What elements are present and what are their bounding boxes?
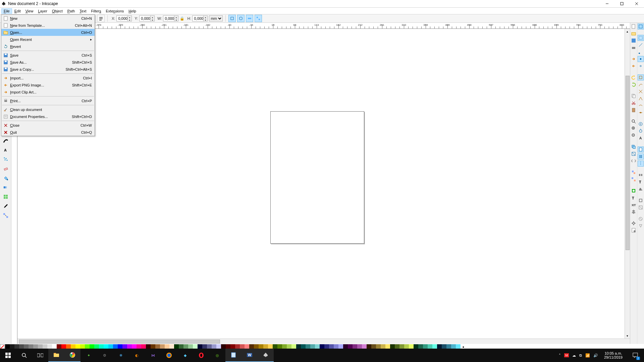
menu-view[interactable]: View xyxy=(23,8,36,14)
color-swatch[interactable] xyxy=(376,344,381,349)
color-swatch[interactable] xyxy=(146,344,151,349)
menu-item-print[interactable]: Print...Ctrl+P xyxy=(1,97,95,104)
w-input[interactable]: 0,000▴▾ xyxy=(163,15,178,21)
menu-item-document-properties[interactable]: Document Properties...Shift+Ctrl+D xyxy=(1,113,95,120)
group-icon[interactable] xyxy=(631,169,637,175)
color-swatch[interactable] xyxy=(132,344,137,349)
unit-select[interactable]: mm xyxy=(209,15,223,21)
lock-icon[interactable]: 🔒 xyxy=(180,16,184,21)
menu-item-open-recent[interactable]: Open Recent▸ xyxy=(1,36,95,43)
menu-item-export-png-image[interactable]: Export PNG Image...Shift+Ctrl+E xyxy=(1,81,95,88)
color-swatch[interactable] xyxy=(230,344,235,349)
color-swatch[interactable] xyxy=(240,344,245,349)
horizontal-scrollbar[interactable] xyxy=(17,339,630,344)
taskbar-clock[interactable]: 10:05 a.m. 29/11/2019 xyxy=(601,351,625,359)
tray-cloud-icon[interactable]: ☁ xyxy=(572,353,576,358)
minimize-button[interactable] xyxy=(600,0,614,7)
snap-mask-icon[interactable] xyxy=(638,197,644,203)
color-swatch[interactable] xyxy=(235,344,240,349)
color-swatch[interactable] xyxy=(94,344,99,349)
color-swatch[interactable] xyxy=(409,344,414,349)
snap-midpoint-icon[interactable] xyxy=(638,56,644,62)
dropper-tool[interactable] xyxy=(1,202,10,210)
close-button[interactable] xyxy=(629,0,644,7)
color-swatch[interactable] xyxy=(169,344,174,349)
color-swatch[interactable] xyxy=(202,344,207,349)
color-swatch[interactable] xyxy=(75,344,80,349)
color-swatch[interactable] xyxy=(212,344,216,349)
taskbar-word-icon[interactable]: W xyxy=(241,349,258,362)
color-swatch[interactable] xyxy=(207,344,212,349)
menu-item-open[interactable]: Open...Ctrl+O xyxy=(1,29,95,36)
scroll-thumb[interactable] xyxy=(626,76,630,250)
calligraphy-tool[interactable] xyxy=(1,136,10,145)
color-swatch[interactable] xyxy=(151,344,155,349)
color-swatch[interactable] xyxy=(254,344,259,349)
snap-to-item-icon[interactable]: T xyxy=(638,179,644,185)
color-swatch[interactable] xyxy=(399,344,404,349)
color-swatch[interactable] xyxy=(19,344,24,349)
snap-smooth-icon[interactable] xyxy=(638,103,644,109)
undo-icon[interactable] xyxy=(631,74,637,80)
color-swatch[interactable] xyxy=(179,344,183,349)
menu-file[interactable]: File xyxy=(1,8,12,14)
taskbar-opera-icon[interactable] xyxy=(193,349,209,362)
tray-app-icon[interactable]: M xyxy=(564,353,569,357)
taskbar-app-icon[interactable]: ⚙ xyxy=(97,349,113,362)
zoom-fit-icon[interactable] xyxy=(631,118,637,124)
color-swatch[interactable] xyxy=(198,344,202,349)
color-swatch[interactable] xyxy=(137,344,141,349)
y-input[interactable]: 0,000▴▾ xyxy=(139,15,155,21)
bucket-tool[interactable] xyxy=(1,174,10,182)
snap-grid-icon[interactable] xyxy=(638,154,644,160)
save-doc-icon[interactable] xyxy=(631,38,637,44)
color-swatch[interactable] xyxy=(353,344,357,349)
color-swatch[interactable] xyxy=(381,344,385,349)
color-swatch[interactable] xyxy=(71,344,75,349)
menu-item-clean-up-document[interactable]: Clean up document xyxy=(1,106,95,113)
color-swatch[interactable] xyxy=(193,344,198,349)
color-swatch[interactable] xyxy=(390,344,395,349)
tray-volume-icon[interactable]: 🔊 xyxy=(593,353,598,358)
color-swatch[interactable] xyxy=(451,344,456,349)
color-swatch[interactable] xyxy=(432,344,437,349)
color-swatch[interactable] xyxy=(29,344,33,349)
scroll-down-icon[interactable]: ▾ xyxy=(625,333,630,339)
snap-bbox-icon[interactable] xyxy=(638,35,644,41)
color-swatch[interactable] xyxy=(183,344,188,349)
x-input[interactable]: 0,000▴▾ xyxy=(116,15,132,21)
color-swatch[interactable] xyxy=(38,344,43,349)
unlink-icon[interactable] xyxy=(631,158,637,164)
mesh-tool[interactable] xyxy=(1,192,10,201)
snap-text-icon[interactable]: A xyxy=(638,135,644,141)
vertical-scrollbar[interactable]: ▴ ▾ xyxy=(625,29,630,339)
color-swatch[interactable] xyxy=(324,344,329,349)
snap-rotation-icon[interactable] xyxy=(638,128,644,134)
taskbar-inkscape-icon[interactable] xyxy=(258,349,274,362)
open-doc-icon[interactable] xyxy=(631,31,637,37)
color-swatch[interactable] xyxy=(99,344,104,349)
snap-toggle-icon[interactable] xyxy=(638,23,644,29)
color-swatch[interactable] xyxy=(61,344,66,349)
color-swatch[interactable] xyxy=(291,344,296,349)
taskbar-app-icon[interactable]: ❄ xyxy=(113,349,129,362)
color-swatch[interactable] xyxy=(85,344,90,349)
scroll-thumb[interactable] xyxy=(19,340,220,344)
menu-text[interactable]: Text xyxy=(77,8,89,14)
menu-item-save[interactable]: SaveCtrl+S xyxy=(1,52,95,59)
color-swatch[interactable] xyxy=(315,344,320,349)
snap-a-icon[interactable] xyxy=(638,216,644,222)
new-doc-icon[interactable] xyxy=(631,23,637,29)
color-swatch[interactable] xyxy=(362,344,367,349)
copy-icon[interactable] xyxy=(631,93,637,99)
color-swatch[interactable] xyxy=(127,344,132,349)
menu-item-new-from-template[interactable]: New from Template...Ctrl+Alt+N xyxy=(1,22,95,29)
text-tool[interactable]: A xyxy=(1,145,10,154)
maximize-button[interactable] xyxy=(614,0,629,7)
color-swatch[interactable] xyxy=(287,344,291,349)
color-swatch[interactable] xyxy=(296,344,301,349)
search-button[interactable] xyxy=(16,349,32,362)
connector-tool[interactable] xyxy=(1,211,10,220)
taskbar-app-icon[interactable]: ◎ xyxy=(209,349,225,362)
snap-b-icon[interactable] xyxy=(638,223,644,229)
